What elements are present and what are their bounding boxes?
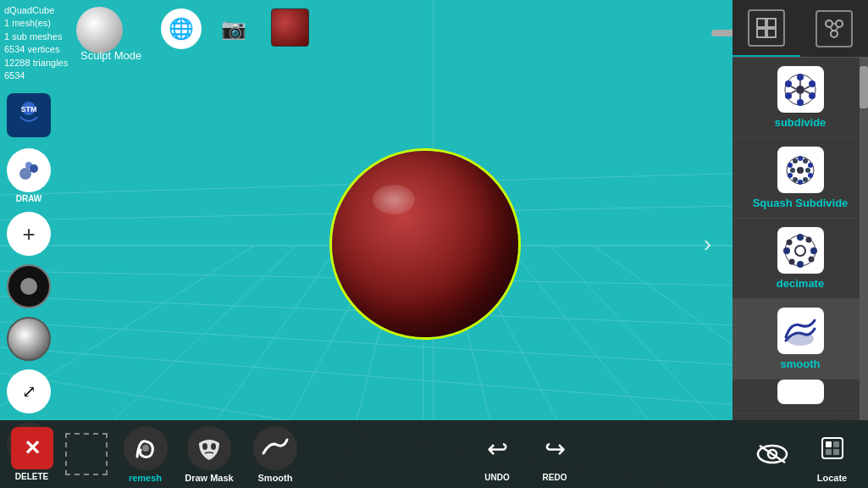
decimate-tool[interactable]: decimate <box>733 219 868 299</box>
draw-button[interactable]: DRAW <box>7 148 51 203</box>
svg-point-61 <box>788 163 793 168</box>
expand-panel-button[interactable]: › <box>704 230 711 258</box>
svg-point-63 <box>793 158 798 164</box>
mesh-view-tab[interactable] <box>733 0 800 57</box>
delete-button[interactable]: ✕ DELETE <box>8 427 55 481</box>
svg-point-77 <box>787 239 793 245</box>
subdivide-label: subdivide <box>775 116 827 129</box>
svg-line-49 <box>804 86 810 89</box>
viewport: dQuadCube 1 mesh(es) 1 sub meshes 6534 v… <box>0 0 868 488</box>
smooth-bottom-button[interactable]: Smooth <box>246 426 305 483</box>
extra-tool[interactable] <box>733 380 868 413</box>
svg-rect-31 <box>767 19 776 27</box>
draw-mask-label: Draw Mask <box>185 473 233 483</box>
alpha-button[interactable] <box>7 317 51 361</box>
locate-button[interactable]: Locate <box>804 426 860 483</box>
undo-label: UNDO <box>484 473 509 482</box>
screenshot-button[interactable]: 📷 <box>215 10 252 47</box>
svg-line-53 <box>791 86 796 89</box>
draw-mask-button[interactable]: Draw Mask <box>180 426 239 483</box>
svg-point-81 <box>211 443 216 450</box>
globe-button[interactable]: 🌐 <box>161 8 202 49</box>
smooth-bottom-label: Smooth <box>258 473 293 483</box>
svg-point-55 <box>797 167 804 174</box>
brush-size-button[interactable] <box>7 264 51 308</box>
svg-point-42 <box>797 74 804 80</box>
svg-point-67 <box>793 177 798 182</box>
svg-point-60 <box>788 173 793 178</box>
squash-subdivide-label: Squash Subdivide <box>753 197 849 209</box>
svg-point-72 <box>797 261 804 268</box>
svg-point-44 <box>809 92 815 99</box>
sculpt-mode-label: Sculpt Mode <box>80 49 141 62</box>
svg-line-50 <box>804 91 810 93</box>
decimate-label: decimate <box>777 277 824 290</box>
remesh-label: remesh <box>129 473 162 483</box>
svg-point-75 <box>809 256 815 262</box>
squash-subdivide-tool[interactable]: Squash Subdivide <box>733 138 868 219</box>
svg-point-59 <box>798 180 803 185</box>
svg-point-35 <box>836 20 843 27</box>
subdivide-icon <box>777 66 824 113</box>
svg-point-64 <box>805 168 810 173</box>
draw-label: DRAW <box>16 194 42 203</box>
remesh-button[interactable]: remesh <box>118 426 173 483</box>
svg-point-41 <box>796 86 804 94</box>
svg-rect-85 <box>822 438 843 458</box>
svg-point-62 <box>803 158 808 164</box>
smooth-tool[interactable]: smooth <box>733 299 868 380</box>
sphere-preview-button[interactable] <box>76 7 123 53</box>
svg-point-78 <box>787 332 814 346</box>
material-preview-button[interactable] <box>271 8 309 47</box>
svg-text:STM: STM <box>21 105 37 114</box>
svg-point-66 <box>803 177 808 182</box>
svg-point-47 <box>785 80 792 87</box>
nodes-view-tab[interactable] <box>800 0 868 57</box>
mask-selector[interactable] <box>65 433 108 475</box>
smooth-icon <box>777 308 824 354</box>
transform-button[interactable]: ⤢ <box>7 369 51 413</box>
svg-line-52 <box>791 91 796 93</box>
svg-point-71 <box>810 247 817 254</box>
vertex-value: 6534 <box>4 69 68 82</box>
locate-label: Locate <box>817 473 847 483</box>
svg-point-22 <box>19 168 31 180</box>
bottom-bar: ✕ DELETE remesh <box>0 420 868 488</box>
svg-point-34 <box>826 20 832 27</box>
redo-button[interactable]: ↪ REDO <box>529 426 580 482</box>
svg-point-57 <box>808 163 813 168</box>
squash-subdivide-icon <box>777 147 824 193</box>
svg-point-58 <box>808 173 813 178</box>
svg-point-43 <box>809 80 815 87</box>
stm-logo[interactable]: STM <box>7 93 51 137</box>
smooth-label: smooth <box>781 358 821 370</box>
subdivide-tool[interactable]: subdivide <box>733 58 868 138</box>
svg-rect-33 <box>767 29 776 37</box>
svg-point-24 <box>25 162 32 169</box>
svg-point-76 <box>789 258 795 264</box>
scrollbar-thumb[interactable] <box>860 66 868 108</box>
svg-point-36 <box>831 30 838 37</box>
add-objects-button[interactable]: + <box>7 212 51 256</box>
svg-rect-89 <box>833 449 839 455</box>
svg-point-46 <box>785 92 792 99</box>
svg-point-69 <box>795 246 805 256</box>
svg-point-80 <box>202 443 207 450</box>
svg-point-65 <box>790 168 795 173</box>
svg-point-74 <box>806 236 812 242</box>
svg-point-45 <box>797 99 804 106</box>
tool-list: subdivide <box>733 58 868 420</box>
redo-label: REDO <box>543 473 567 482</box>
svg-rect-88 <box>826 449 832 455</box>
decimate-icon <box>777 227 824 274</box>
hide-button[interactable] <box>747 432 798 476</box>
undo-button[interactable]: ↩ UNDO <box>472 426 522 482</box>
delete-label: DELETE <box>15 472 48 481</box>
svg-point-70 <box>797 234 804 241</box>
svg-rect-87 <box>833 441 839 447</box>
panel-scrollbar[interactable] <box>860 58 868 420</box>
svg-rect-30 <box>757 19 766 27</box>
right-panel: subdivide <box>733 0 868 420</box>
svg-rect-86 <box>826 441 832 447</box>
panel-tabs <box>733 0 868 58</box>
